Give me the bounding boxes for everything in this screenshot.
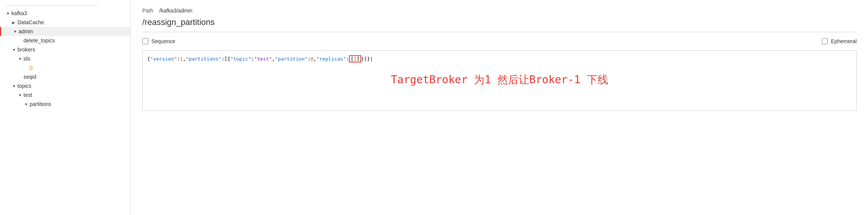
sidebar: ▼ kafka3 ▶ DataCache ▼ admin delete_topi…: [0, 0, 131, 215]
ephemeral-checkbox[interactable]: [822, 38, 828, 44]
sidebar-item-seqid[interactable]: seqid: [0, 72, 131, 81]
arrow-icon-ids: ▼: [18, 57, 24, 61]
main-content: Path /kafka3/admin /reassign_partitions …: [131, 0, 868, 215]
code-replicas-key: "replicas": [316, 56, 346, 62]
code-partitions-key: "partitions": [186, 56, 222, 62]
code-open-brace: {: [147, 56, 150, 62]
sequence-checkbox[interactable]: [142, 38, 148, 44]
code-replicas-val: 1: [354, 56, 357, 62]
ephemeral-option: Ephemeral: [822, 38, 857, 44]
sidebar-item-label-seqid: seqid: [24, 74, 36, 80]
arrow-icon-datacache: ▶: [12, 20, 17, 25]
arrow-icon-delete-topics: [18, 39, 24, 43]
sidebar-item-label-kafka3: kafka3: [11, 10, 27, 16]
arrow-icon-zero: [24, 66, 30, 70]
sidebar-divider: [6, 5, 97, 6]
sidebar-item-label-admin: admin: [19, 28, 33, 34]
sidebar-item-label-test: test: [24, 92, 32, 98]
sidebar-item-label-ids: ids: [24, 56, 30, 62]
sidebar-item-brokers[interactable]: ▼ brokers: [0, 45, 131, 54]
sequence-option: Sequence: [142, 38, 175, 44]
sidebar-item-label-delete-topics: delete_topics: [24, 37, 55, 44]
arrow-icon-test: ▼: [18, 93, 24, 97]
replicas-highlight-box: [1]: [349, 55, 361, 62]
ephemeral-label: Ephemeral: [831, 38, 857, 44]
arrow-icon-partitions: ▼: [24, 102, 30, 106]
path-row: Path /kafka3/admin: [142, 8, 857, 14]
sidebar-item-datacache[interactable]: ▶ DataCache: [0, 18, 131, 27]
content-divider: [142, 32, 857, 32]
sidebar-item-label-partitions: partitions: [30, 101, 51, 107]
code-version-key: "version": [150, 56, 177, 62]
code-editor[interactable]: {"version":1,"partitions":[{"topic":"tes…: [142, 50, 857, 111]
arrow-icon-topics: ▼: [12, 84, 17, 88]
arrow-icon-seqid: [18, 75, 24, 79]
sidebar-item-zero[interactable]: 0: [0, 63, 131, 72]
code-version-val: 1: [180, 56, 183, 62]
options-row: Sequence Ephemeral: [142, 38, 857, 44]
code-topic-val: "test": [254, 56, 272, 62]
sidebar-item-label-brokers: brokers: [17, 47, 35, 53]
arrow-icon-admin: ▼: [13, 30, 19, 34]
sidebar-item-kafka3[interactable]: ▼ kafka3: [0, 9, 131, 18]
sequence-label: Sequence: [151, 38, 175, 44]
node-name: /reassign_partitions: [142, 17, 857, 27]
code-partition-key: "partition": [275, 56, 308, 62]
sidebar-item-admin[interactable]: ▼ admin: [0, 27, 131, 36]
annotation-text: TargetBroker 为1 然后让Broker-1 下线: [147, 72, 852, 88]
sidebar-item-test[interactable]: ▼ test: [0, 90, 131, 100]
code-topic-key: "topic": [230, 56, 251, 62]
sidebar-item-partitions[interactable]: ▼ partitions: [0, 100, 131, 109]
path-label: Path: [142, 8, 153, 14]
sidebar-item-topics[interactable]: ▼ topics: [0, 81, 131, 90]
arrow-icon-kafka3: ▼: [6, 11, 11, 16]
sidebar-item-ids[interactable]: ▼ ids: [0, 54, 131, 63]
path-value: /kafka3/admin: [159, 8, 192, 14]
sidebar-item-label-topics: topics: [17, 83, 31, 89]
sidebar-item-label-datacache: DataCache: [17, 19, 44, 25]
sidebar-item-label-zero: 0: [30, 65, 33, 71]
sidebar-item-delete-topics[interactable]: delete_topics: [0, 36, 131, 45]
arrow-icon-brokers: ▼: [12, 48, 17, 52]
